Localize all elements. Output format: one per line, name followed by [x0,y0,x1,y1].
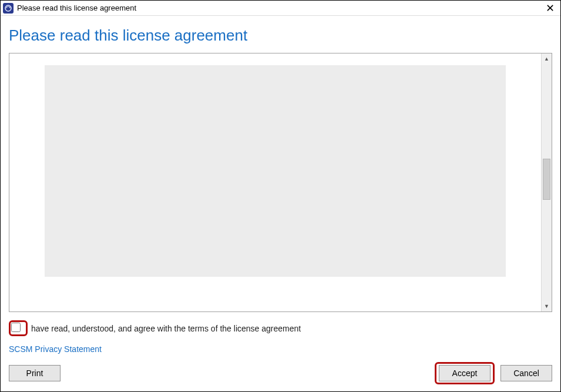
window-title: Please read this license agreement [17,4,542,12]
cancel-button[interactable]: Cancel [500,365,552,381]
agree-label: have read, understood, and agree with th… [31,324,301,333]
button-row: Print Accept Cancel [9,362,552,391]
scroll-up-icon[interactable]: ▲ [542,53,552,64]
license-text-container [9,53,541,311]
scroll-thumb[interactable] [543,159,550,200]
page-title: Please read this license agreement [9,26,552,45]
titlebar: Please read this license agreement ✕ [1,1,560,16]
print-button[interactable]: Print [9,365,61,381]
license-text-body [45,65,506,277]
scrollbar-vertical[interactable]: ▲ ▼ [541,53,552,311]
agree-checkbox[interactable] [11,323,21,332]
content-area: Please read this license agreement ▲ ▼ h… [1,16,560,391]
agree-row: have read, understood, and agree with th… [9,320,552,336]
close-icon[interactable]: ✕ [542,3,558,14]
app-icon [3,3,14,14]
accept-button[interactable]: Accept [439,365,491,381]
scroll-track[interactable] [542,64,552,301]
checkbox-highlight [9,320,28,336]
privacy-statement-link[interactable]: SCSM Privacy Statement [9,344,552,354]
accept-highlight: Accept [435,362,495,384]
license-text-frame: ▲ ▼ [9,53,552,312]
scroll-down-icon[interactable]: ▼ [542,301,552,311]
